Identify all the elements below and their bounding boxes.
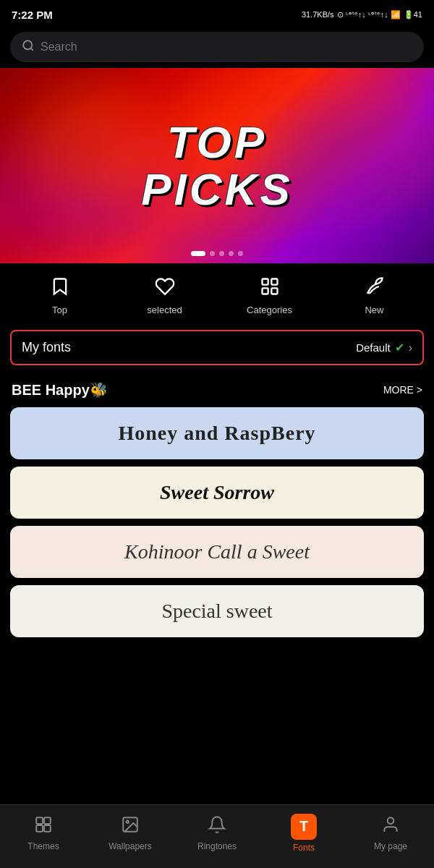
check-icon: ✔ [395, 341, 404, 354]
fonts-icon: T [291, 814, 317, 840]
nav-categories-label: Categories [247, 305, 292, 315]
my-fonts-label: My fonts [22, 340, 71, 355]
network-speed: 31.7KB/s [302, 10, 334, 19]
font-card-1-text: Honey and RaspBery [118, 422, 315, 445]
hero-title-line2: PICKS [141, 166, 292, 213]
status-bar: 7:22 PM 31.7KB/s ⊙ ᶫᵒᵗᵉ↑↓ ᶫᵒᵗᵉ↑↓ 📶 🔋41 [0, 0, 434, 26]
svg-point-12 [388, 817, 394, 824]
wallpapers-label: Wallpapers [109, 841, 152, 851]
status-icons: 31.7KB/s ⊙ ᶫᵒᵗᵉ↑↓ ᶫᵒᵗᵉ↑↓ 📶 🔋41 [302, 10, 422, 20]
svg-point-11 [127, 820, 129, 822]
font-card-4-text: Special sweet [161, 600, 272, 623]
mypage-icon [381, 815, 400, 838]
fonts-label: Fonts [293, 843, 315, 853]
my-fonts-row[interactable]: My fonts Default ✔ › [10, 330, 424, 365]
font-card-2-text: Sweet Sorrow [160, 481, 274, 504]
bottom-nav-mypage[interactable]: My page [362, 815, 420, 851]
default-label: Default [356, 341, 391, 354]
bottom-nav: Themes Wallpapers Ringtones T Fonts [0, 804, 434, 868]
status-time: 7:22 PM [12, 9, 53, 21]
ringtones-label: Ringtones [197, 841, 237, 851]
svg-rect-3 [271, 279, 277, 285]
nav-categories[interactable]: Categories [241, 276, 299, 315]
dot-4 [229, 251, 234, 256]
mypage-label: My page [374, 841, 407, 851]
font-cards-list: Honey and RaspBery Sweet Sorrow Kohinoor… [0, 404, 434, 640]
dot-2 [210, 251, 215, 256]
bookmark-icon [50, 276, 70, 300]
grid-icon [260, 276, 280, 300]
bottom-nav-ringtones[interactable]: Ringtones [188, 815, 246, 851]
signal-icons: ⊙ ᶫᵒᵗᵉ↑↓ ᶫᵒᵗᵉ↑↓ 📶 [337, 10, 401, 20]
font-card-1[interactable]: Honey and RaspBery [10, 407, 424, 459]
search-input[interactable] [41, 41, 412, 54]
chevron-right-icon: › [409, 341, 412, 354]
themes-icon [34, 815, 53, 838]
themes-label: Themes [27, 841, 59, 851]
dot-1 [191, 251, 205, 256]
hero-title-line1: TOP [141, 119, 292, 166]
svg-rect-7 [44, 817, 51, 824]
dot-5 [238, 251, 243, 256]
heart-icon [155, 276, 175, 300]
hero-banner: TOP PICKS [0, 68, 434, 263]
nav-new-label: New [365, 305, 383, 315]
wallpapers-icon [121, 815, 140, 838]
font-section-header: BEE Happy🐝 MORE > [0, 373, 434, 404]
svg-rect-9 [44, 825, 51, 832]
font-card-2[interactable]: Sweet Sorrow [10, 467, 424, 519]
battery-icon: 🔋41 [404, 10, 422, 20]
leaf-icon [365, 276, 385, 300]
bottom-nav-themes[interactable]: Themes [14, 815, 72, 851]
svg-line-1 [30, 48, 33, 50]
bottom-nav-fonts[interactable]: T Fonts [275, 814, 333, 853]
category-nav: Top selected Categories New [0, 263, 434, 323]
nav-selected[interactable]: selected [136, 276, 194, 315]
bottom-nav-wallpapers[interactable]: Wallpapers [101, 815, 159, 851]
nav-top[interactable]: Top [31, 276, 89, 315]
font-section-title: BEE Happy🐝 [12, 381, 108, 399]
nav-top-label: Top [52, 305, 67, 315]
hero-text: TOP PICKS [141, 119, 292, 213]
font-card-3[interactable]: Kohinoor Call a Sweet [10, 526, 424, 578]
svg-rect-2 [262, 279, 268, 285]
my-fonts-status: Default ✔ › [356, 341, 412, 354]
svg-point-0 [23, 41, 32, 49]
nav-new[interactable]: New [346, 276, 404, 315]
carousel-dots [191, 251, 243, 256]
svg-rect-8 [36, 825, 43, 832]
ringtones-icon [208, 815, 226, 838]
search-icon [22, 39, 35, 55]
svg-rect-6 [36, 817, 43, 824]
svg-rect-5 [271, 288, 277, 294]
dot-3 [219, 251, 224, 256]
more-link[interactable]: MORE > [383, 384, 422, 396]
svg-rect-4 [262, 288, 268, 294]
font-card-3-text: Kohinoor Call a Sweet [124, 540, 310, 563]
font-card-4[interactable]: Special sweet [10, 585, 424, 637]
search-bar[interactable] [10, 32, 424, 62]
nav-selected-label: selected [147, 305, 182, 315]
